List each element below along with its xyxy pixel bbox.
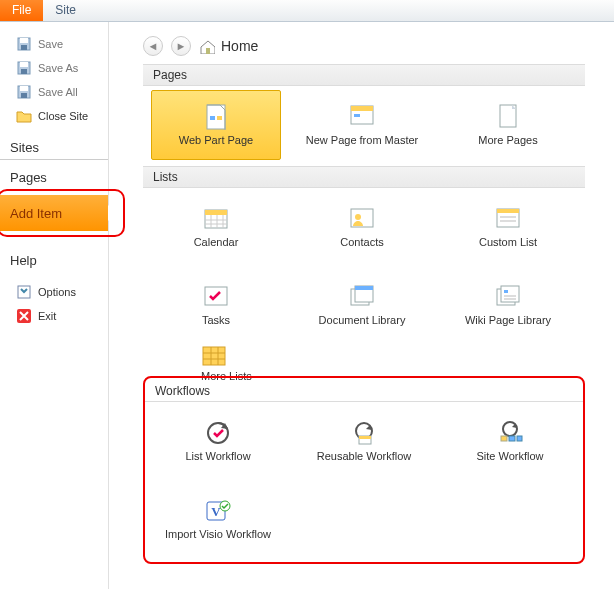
tile-label: More Pages bbox=[478, 134, 537, 146]
exit-button[interactable]: Exit bbox=[0, 304, 108, 328]
tasks-icon bbox=[203, 284, 229, 310]
tile-web-part-page[interactable]: Web Part Page bbox=[151, 90, 281, 160]
tile-label: Web Part Page bbox=[179, 134, 253, 146]
add-item-button[interactable]: Add Item bbox=[0, 195, 108, 231]
tile-label: Custom List bbox=[479, 236, 537, 248]
tile-contacts[interactable]: Contacts bbox=[297, 192, 427, 262]
site-workflow-icon bbox=[497, 420, 523, 446]
save-label: Save bbox=[38, 38, 100, 50]
folder-icon bbox=[16, 108, 32, 124]
page-body: Save Save As Save All Close Site Sites P… bbox=[0, 22, 614, 589]
tile-label: Import Visio Workflow bbox=[165, 528, 271, 540]
options-icon bbox=[16, 284, 32, 300]
save-button[interactable]: Save bbox=[0, 32, 108, 56]
reusable-workflow-icon bbox=[351, 420, 377, 446]
close-site-label: Close Site bbox=[38, 110, 100, 122]
home-icon bbox=[199, 38, 215, 54]
tile-wiki-page-library[interactable]: Wiki Page Library bbox=[443, 270, 573, 340]
main-panel: ◄ ► Home Pages Web Part Page New Page fr… bbox=[109, 22, 614, 589]
sites-header: Sites bbox=[0, 128, 108, 160]
section-lists-header: Lists bbox=[143, 166, 585, 188]
options-label: Options bbox=[38, 286, 100, 298]
exit-label: Exit bbox=[38, 310, 100, 322]
help-link[interactable]: Help bbox=[0, 243, 108, 272]
tile-label: List Workflow bbox=[185, 450, 250, 462]
tile-custom-list[interactable]: Custom List bbox=[443, 192, 573, 262]
workflow-icon bbox=[205, 420, 231, 446]
close-icon bbox=[16, 308, 32, 324]
disk-icon bbox=[16, 60, 32, 76]
list-icon bbox=[495, 206, 521, 232]
tab-file[interactable]: File bbox=[0, 0, 43, 21]
page-icon bbox=[203, 104, 229, 130]
doclib-icon bbox=[349, 284, 375, 310]
disk-icon bbox=[16, 36, 32, 52]
pages-link[interactable]: Pages bbox=[0, 160, 108, 189]
tile-document-library[interactable]: Document Library bbox=[297, 270, 427, 340]
close-site-button[interactable]: Close Site bbox=[0, 104, 108, 128]
highlight-workflows: Workflows List Workflow Reusable Workflo… bbox=[143, 376, 585, 564]
ribbon: File Site bbox=[0, 0, 614, 22]
tile-reusable-workflow[interactable]: Reusable Workflow bbox=[299, 406, 429, 476]
visio-icon bbox=[205, 498, 231, 524]
tile-label: Wiki Page Library bbox=[465, 314, 551, 326]
tile-import-visio-workflow[interactable]: Import Visio Workflow bbox=[153, 484, 283, 554]
contacts-icon bbox=[349, 206, 375, 232]
document-icon bbox=[495, 104, 521, 130]
tile-site-workflow[interactable]: Site Workflow bbox=[445, 406, 575, 476]
tile-label: Document Library bbox=[319, 314, 406, 326]
wiki-icon bbox=[495, 284, 521, 310]
disk-icon bbox=[16, 84, 32, 100]
calendar-icon bbox=[203, 206, 229, 232]
crumb-home-label: Home bbox=[221, 38, 258, 54]
options-button[interactable]: Options bbox=[0, 280, 108, 304]
section-lists: Lists Calendar Contacts Custom List Task… bbox=[143, 166, 614, 382]
save-all-button[interactable]: Save All bbox=[0, 80, 108, 104]
tile-list-workflow[interactable]: List Workflow bbox=[153, 406, 283, 476]
save-as-button[interactable]: Save As bbox=[0, 56, 108, 80]
tile-more-pages[interactable]: More Pages bbox=[443, 90, 573, 160]
section-pages-header: Pages bbox=[143, 64, 585, 86]
tile-label: Contacts bbox=[340, 236, 383, 248]
nav-back-button[interactable]: ◄ bbox=[143, 36, 163, 56]
add-item-label: Add Item bbox=[10, 206, 62, 221]
tile-label: Calendar bbox=[194, 236, 239, 248]
master-page-icon bbox=[349, 104, 375, 130]
save-all-label: Save All bbox=[38, 86, 100, 98]
tile-label: New Page from Master bbox=[306, 134, 418, 146]
tile-new-page-from-master[interactable]: New Page from Master bbox=[297, 90, 427, 160]
tile-calendar[interactable]: Calendar bbox=[151, 192, 281, 262]
save-as-label: Save As bbox=[38, 62, 100, 74]
tile-label: Site Workflow bbox=[476, 450, 543, 462]
sidebar: Save Save As Save All Close Site Sites P… bbox=[0, 22, 109, 589]
breadcrumb: ◄ ► Home bbox=[143, 36, 614, 56]
section-workflows-header: Workflows bbox=[145, 378, 583, 402]
grid-icon bbox=[201, 344, 227, 370]
tile-label: Tasks bbox=[202, 314, 230, 326]
tab-site[interactable]: Site bbox=[43, 0, 88, 21]
crumb-home[interactable]: Home bbox=[199, 38, 258, 54]
section-pages: Pages Web Part Page New Page from Master… bbox=[143, 64, 614, 164]
nav-fwd-button[interactable]: ► bbox=[171, 36, 191, 56]
tile-tasks[interactable]: Tasks bbox=[151, 270, 281, 340]
tile-label: Reusable Workflow bbox=[317, 450, 412, 462]
